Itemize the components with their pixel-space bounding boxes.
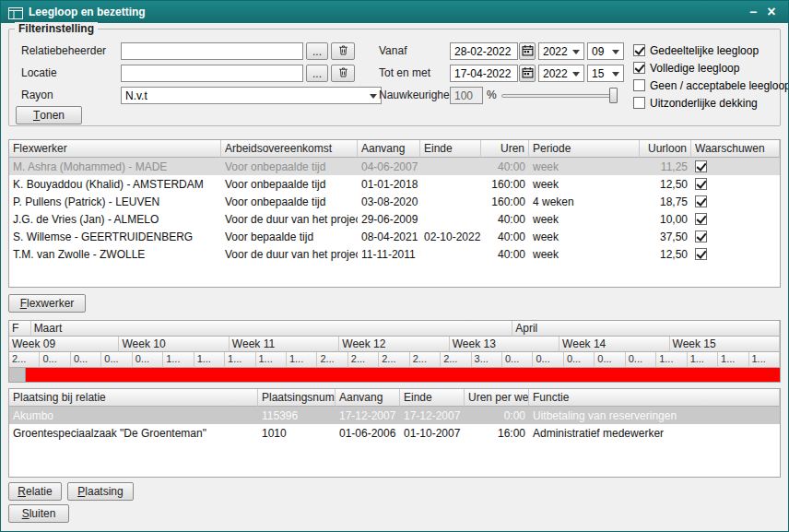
filter-option[interactable]: Geen / acceptabele leegloop: [633, 77, 788, 94]
tot-en-met-date-input[interactable]: [450, 65, 518, 82]
timeline-day[interactable]: 2...: [348, 352, 379, 368]
row-checkbox[interactable]: [695, 213, 707, 225]
locatie-browse-button[interactable]: ...: [306, 65, 328, 82]
minimize-button[interactable]: −: [744, 5, 762, 19]
tot-week-select[interactable]: 15: [587, 65, 624, 82]
timeline-week[interactable]: Week 09: [9, 337, 119, 352]
table-row[interactable]: J.G. de Vries (Jan) - ALMELOVoor de duur…: [9, 210, 780, 228]
timeline-day[interactable]: 1...: [225, 352, 255, 368]
timeline-day[interactable]: 0...: [533, 352, 563, 368]
timeline-week[interactable]: Week 13: [450, 337, 559, 352]
vanaf-date-input[interactable]: [450, 42, 518, 60]
row-checkbox[interactable]: [695, 195, 707, 207]
timeline-day[interactable]: 0...: [595, 352, 625, 368]
timeline-day[interactable]: 0...: [564, 352, 595, 368]
column-header[interactable]: Plaatsingsnummer: [258, 389, 336, 407]
timeline-day[interactable]: 0...: [626, 352, 656, 368]
tonen-button[interactable]: Tonen: [16, 106, 82, 124]
timeline-day[interactable]: 2...: [9, 352, 40, 368]
timeline-week[interactable]: Week 15: [670, 337, 780, 352]
timeline-day[interactable]: 1...: [688, 352, 718, 368]
filter-option[interactable]: Uitzonderlijke dekking: [633, 94, 788, 112]
vanaf-calendar-button[interactable]: [519, 42, 536, 60]
table-row[interactable]: Akumbo11539617-12-200717-12-20070:00Uitb…: [9, 407, 780, 424]
nauwkeurigheid-slider[interactable]: [501, 87, 618, 104]
timeline-day[interactable]: 1...: [656, 352, 687, 368]
timeline-day[interactable]: 0...: [101, 352, 132, 368]
timeline-day[interactable]: 2...: [317, 352, 347, 368]
column-header[interactable]: Uurloon: [640, 140, 691, 158]
tot-year-select[interactable]: 2022: [538, 65, 584, 82]
timeline-day[interactable]: 2...: [410, 352, 441, 368]
row-checkbox[interactable]: [695, 231, 707, 242]
timeline-day[interactable]: 0...: [40, 352, 70, 368]
column-header[interactable]: Aanvang: [358, 140, 420, 158]
slider-thumb[interactable]: [609, 88, 618, 103]
checkbox[interactable]: [633, 62, 645, 74]
timeline-month[interactable]: April: [512, 321, 780, 337]
column-header[interactable]: Uren per we...: [465, 389, 529, 407]
column-header[interactable]: Waarschuwen: [691, 140, 780, 158]
timeline-day[interactable]: 0...: [71, 352, 101, 368]
table-cell: 29-06-2009: [358, 210, 420, 228]
table-row[interactable]: M. Ashra (Mohammed) - MADEVoor onbepaald…: [9, 158, 780, 175]
vanaf-week-select[interactable]: 09: [587, 42, 624, 60]
relatiebeheerder-browse-button[interactable]: ...: [306, 42, 328, 60]
timeline-day[interactable]: 1...: [163, 352, 194, 368]
column-header[interactable]: Plaatsing bij relatie: [9, 389, 258, 407]
timeline-day[interactable]: 0...: [502, 352, 533, 368]
column-header[interactable]: Einde: [400, 389, 465, 407]
timeline-week[interactable]: Week 11: [230, 337, 339, 352]
column-header[interactable]: Flexwerker: [9, 140, 221, 158]
timeline-day[interactable]: 3...: [472, 352, 502, 368]
checkbox[interactable]: [633, 97, 645, 109]
plaatsingen-table: Plaatsing bij relatiePlaatsingsnummerAan…: [8, 388, 781, 478]
row-checkbox[interactable]: [695, 248, 707, 260]
plaatsing-button[interactable]: Plaatsing: [67, 482, 134, 501]
table-cell: [691, 228, 780, 245]
relatie-button[interactable]: Relatie: [8, 482, 62, 501]
timeline-day[interactable]: 1...: [256, 352, 287, 368]
timeline-week[interactable]: Week 14: [559, 337, 669, 352]
timeline-day[interactable]: 2...: [379, 352, 409, 368]
table-cell: [420, 158, 481, 175]
timeline-day[interactable]: 1...: [194, 352, 225, 368]
timeline-month[interactable]: F: [9, 321, 31, 337]
relatiebeheerder-input[interactable]: [121, 42, 303, 60]
checkbox[interactable]: [633, 44, 645, 56]
column-header[interactable]: Uren: [481, 140, 529, 158]
column-header[interactable]: Aanvang: [336, 389, 400, 407]
column-header[interactable]: Functie: [529, 389, 780, 407]
timeline-day[interactable]: 1...: [749, 352, 780, 368]
row-checkbox[interactable]: [695, 178, 707, 190]
vanaf-year-select[interactable]: 2022: [538, 42, 584, 60]
timeline-month[interactable]: Maart: [31, 321, 513, 337]
timeline-day[interactable]: 2...: [441, 352, 471, 368]
column-header[interactable]: Periode: [529, 140, 640, 158]
rayon-select[interactable]: N.v.t: [121, 87, 382, 104]
table-row[interactable]: K. Bouyaddou (Khalid) - AMSTERDAMVoor on…: [9, 175, 780, 193]
timeline-week[interactable]: Week 12: [339, 337, 449, 352]
table-row[interactable]: Groentespeciaalzaak "De Groenteman"10100…: [9, 424, 780, 442]
leegloop-bar[interactable]: [26, 368, 780, 382]
filter-option[interactable]: Gedeeltelijke leegloop: [633, 41, 788, 59]
timeline-day[interactable]: 1...: [287, 352, 317, 368]
sluiten-button[interactable]: Sluiten: [8, 504, 69, 523]
timeline-day[interactable]: 1...: [718, 352, 748, 368]
row-checkbox[interactable]: [695, 160, 707, 172]
locatie-input[interactable]: [121, 65, 303, 82]
tot-calendar-button[interactable]: [519, 65, 536, 82]
flexwerker-button[interactable]: Flexwerker: [8, 294, 86, 313]
column-header[interactable]: Arbeidsovereenkomst: [221, 140, 358, 158]
timeline-day[interactable]: 0...: [133, 352, 163, 368]
checkbox[interactable]: [633, 79, 645, 91]
table-row[interactable]: P. Pullens (Patrick) - LEUVENVoor onbepa…: [9, 193, 780, 210]
timeline-week[interactable]: Week 10: [119, 337, 229, 352]
relatiebeheerder-clear-button[interactable]: [331, 42, 355, 60]
locatie-clear-button[interactable]: [331, 65, 355, 82]
column-header[interactable]: Einde: [420, 140, 481, 158]
filter-option[interactable]: Volledige leegloop: [633, 59, 788, 77]
table-row[interactable]: T.M. van Zwolle - ZWOLLEVoor de duur van…: [9, 245, 780, 263]
table-row[interactable]: S. Willemse - GEERTRUIDENBERGVoor bepaal…: [9, 228, 780, 245]
close-button[interactable]: ×: [762, 4, 781, 20]
